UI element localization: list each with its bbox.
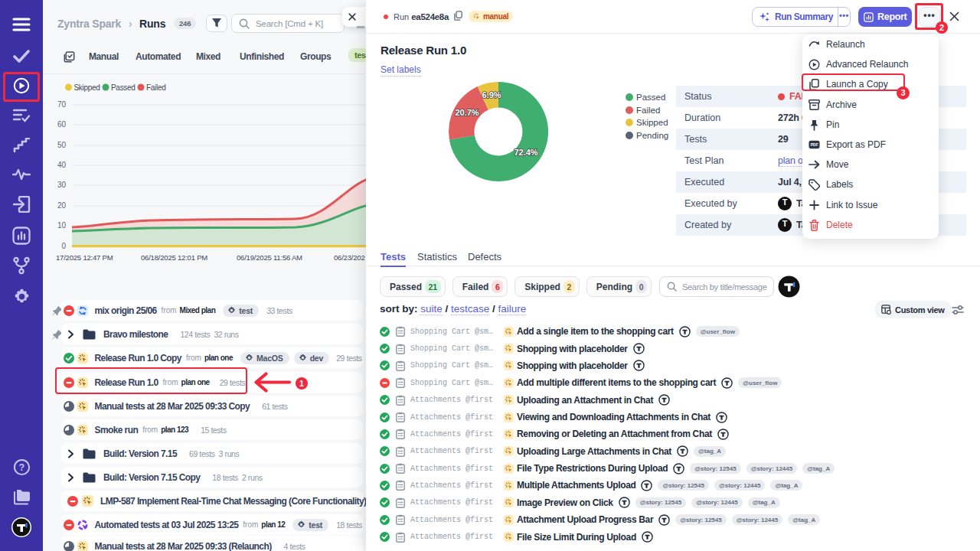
svg-text:Skipped: Skipped [74,83,100,92]
svg-text:06/23/202: 06/23/202 [334,253,364,262]
svg-text:17/2025 12:47 PM: 17/2025 12:47 PM [56,253,113,262]
svg-text:06/18/2025 12:01 PM: 06/18/2025 12:01 PM [141,253,207,262]
svg-text:06/19/2025 11:56 AM: 06/19/2025 11:56 AM [237,253,302,262]
svg-text:60: 60 [57,120,67,129]
svg-text:20: 20 [57,201,67,210]
svg-text:Failed: Failed [146,83,165,92]
svg-text:40: 40 [57,161,67,169]
svg-text:20.7%: 20.7% [455,108,479,117]
svg-text:72.4%: 72.4% [514,148,537,157]
svg-text:30: 30 [57,181,67,189]
svg-text:10: 10 [57,221,67,230]
svg-text:?: ? [18,462,24,473]
svg-text:6.9%: 6.9% [482,90,501,99]
svg-text:0: 0 [61,242,66,250]
svg-text:70: 70 [57,100,67,109]
svg-text:PDF: PDF [811,143,818,147]
svg-text:50: 50 [57,141,67,149]
svg-text:Passed: Passed [111,83,136,92]
